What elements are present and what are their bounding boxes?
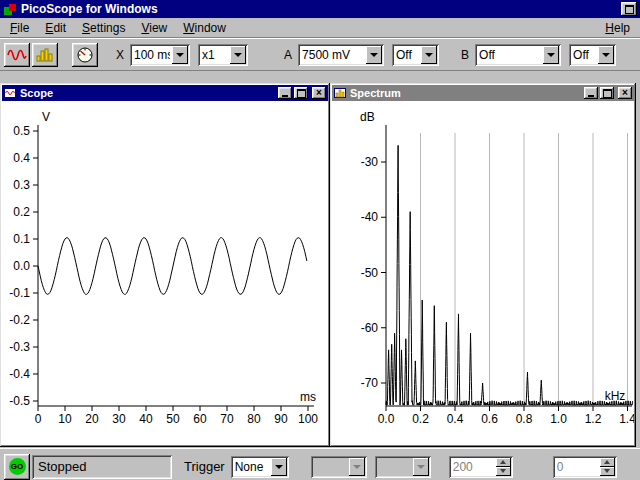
menu-edit[interactable]: Edit bbox=[37, 20, 74, 36]
sine-wave-icon bbox=[7, 48, 27, 62]
svg-text:V: V bbox=[42, 110, 50, 124]
svg-text:0: 0 bbox=[35, 412, 42, 426]
svg-text:50: 50 bbox=[166, 412, 180, 426]
svg-text:10: 10 bbox=[58, 412, 72, 426]
svg-text:kHz: kHz bbox=[605, 389, 626, 403]
svg-text:0.8: 0.8 bbox=[516, 412, 533, 426]
menu-bar: File Edit Settings View Window Help bbox=[0, 18, 640, 38]
channel-b-mode-select[interactable]: Off bbox=[569, 44, 616, 66]
menu-settings[interactable]: Settings bbox=[74, 20, 133, 36]
chevron-down-icon[interactable] bbox=[543, 46, 559, 64]
menu-help[interactable]: Help bbox=[597, 20, 638, 36]
channel-b-range-select[interactable]: Off bbox=[475, 44, 561, 66]
chevron-down-icon[interactable] bbox=[421, 46, 437, 64]
channel-b-label: B bbox=[461, 49, 469, 61]
spectrum-titlebar[interactable]: Spectrum × bbox=[332, 85, 634, 101]
scope-window: Scope × 0.50.40.30.20.10.0-0.1-0.2-0.3-0… bbox=[0, 83, 330, 447]
chevron-down-icon bbox=[349, 458, 365, 476]
svg-text:0.2: 0.2 bbox=[13, 205, 30, 219]
spin-up-button[interactable] bbox=[600, 458, 615, 467]
chevron-down-icon[interactable] bbox=[598, 46, 614, 64]
svg-text:-60: -60 bbox=[361, 321, 379, 335]
svg-text:1.0: 1.0 bbox=[550, 412, 567, 426]
chevron-down-icon[interactable] bbox=[172, 46, 188, 64]
app-icon bbox=[3, 3, 17, 16]
trigger-label: Trigger bbox=[184, 460, 225, 473]
svg-text:1.4: 1.4 bbox=[619, 412, 634, 426]
spectrum-plot-area: -30-40-50-60-700.00.20.40.60.81.01.21.4d… bbox=[332, 101, 634, 445]
minimize-button[interactable] bbox=[278, 87, 292, 99]
chevron-down-icon[interactable] bbox=[366, 46, 382, 64]
go-icon: GO bbox=[9, 458, 26, 475]
spin-up-button[interactable] bbox=[496, 458, 511, 467]
svg-text:20: 20 bbox=[85, 412, 99, 426]
menu-view[interactable]: View bbox=[133, 20, 175, 36]
svg-text:-0.4: -0.4 bbox=[9, 367, 30, 381]
timebase-select[interactable]: 100 ms bbox=[130, 44, 190, 66]
mdi-area: Scope × 0.50.40.30.20.10.0-0.1-0.2-0.3-0… bbox=[0, 71, 640, 448]
trigger-delay-spinner: 0 bbox=[553, 456, 617, 478]
scope-plot-area: 0.50.40.30.20.10.0-0.1-0.2-0.3-0.4-0.501… bbox=[2, 101, 328, 445]
spectrum-window-icon bbox=[334, 87, 346, 99]
maximize-button[interactable] bbox=[294, 87, 308, 99]
menu-window[interactable]: Window bbox=[175, 20, 234, 36]
close-icon: × bbox=[622, 88, 628, 98]
chevron-up-icon bbox=[500, 460, 506, 464]
svg-text:0.1: 0.1 bbox=[13, 232, 30, 246]
minimize-icon bbox=[282, 95, 288, 97]
trigger-direction-select bbox=[375, 456, 431, 478]
svg-text:40: 40 bbox=[139, 412, 153, 426]
svg-text:0.0: 0.0 bbox=[13, 259, 30, 273]
channel-a-mode-select[interactable]: Off bbox=[392, 44, 439, 66]
chevron-down-icon bbox=[413, 458, 429, 476]
chevron-down-icon bbox=[604, 469, 610, 473]
svg-text:0.6: 0.6 bbox=[481, 412, 498, 426]
svg-text:0.5: 0.5 bbox=[13, 124, 30, 138]
close-icon: × bbox=[316, 88, 322, 98]
minimize-button[interactable] bbox=[584, 87, 598, 99]
svg-text:1.2: 1.2 bbox=[585, 412, 602, 426]
svg-text:70: 70 bbox=[220, 412, 234, 426]
chevron-down-icon bbox=[500, 469, 506, 473]
go-label: GO bbox=[11, 463, 23, 471]
minimize-icon bbox=[588, 95, 594, 97]
multiplier-select[interactable]: x1 bbox=[198, 44, 248, 66]
svg-text:0.2: 0.2 bbox=[412, 412, 429, 426]
svg-text:80: 80 bbox=[247, 412, 261, 426]
timebase-label: X bbox=[116, 49, 124, 61]
status-bar: GO Stopped Trigger None 200 0 bbox=[0, 448, 640, 480]
spectrum-view-button[interactable] bbox=[32, 43, 58, 67]
spin-down-button[interactable] bbox=[600, 467, 615, 476]
close-button[interactable]: × bbox=[312, 87, 326, 99]
spin-down-button[interactable] bbox=[496, 467, 511, 476]
close-button[interactable]: × bbox=[618, 87, 632, 99]
svg-text:60: 60 bbox=[193, 412, 207, 426]
scope-view-button[interactable] bbox=[4, 43, 30, 67]
trigger-channel-select bbox=[311, 456, 367, 478]
svg-text:0.4: 0.4 bbox=[447, 412, 464, 426]
maximize-icon bbox=[625, 5, 634, 14]
spectrum-plot: -30-40-50-60-700.00.20.40.60.81.01.21.4d… bbox=[332, 101, 634, 445]
chevron-down-icon[interactable] bbox=[230, 46, 246, 64]
menu-file[interactable]: File bbox=[2, 20, 37, 36]
channel-a-range-select[interactable]: 7500 mV bbox=[298, 44, 384, 66]
maximize-icon bbox=[603, 89, 612, 98]
channel-a-label: A bbox=[284, 49, 292, 61]
svg-text:0.0: 0.0 bbox=[378, 412, 395, 426]
scope-titlebar[interactable]: Scope × bbox=[2, 85, 328, 101]
scope-window-icon bbox=[4, 87, 16, 99]
go-button[interactable]: GO bbox=[4, 454, 30, 480]
meter-view-button[interactable] bbox=[72, 43, 98, 67]
spectrum-window-title: Spectrum bbox=[350, 88, 582, 99]
maximize-button[interactable] bbox=[621, 2, 637, 16]
chevron-down-icon[interactable] bbox=[271, 458, 287, 476]
chevron-up-icon bbox=[604, 460, 610, 464]
maximize-button[interactable] bbox=[600, 87, 614, 99]
titlebar: PicoScope for Windows bbox=[0, 0, 640, 18]
status-text: Stopped bbox=[38, 459, 86, 474]
svg-text:-0.2: -0.2 bbox=[9, 313, 30, 327]
svg-text:ms: ms bbox=[300, 390, 316, 404]
trigger-mode-select[interactable]: None bbox=[231, 456, 289, 478]
scope-plot: 0.50.40.30.20.10.0-0.1-0.2-0.3-0.4-0.501… bbox=[2, 101, 328, 445]
svg-text:dB: dB bbox=[360, 110, 375, 124]
